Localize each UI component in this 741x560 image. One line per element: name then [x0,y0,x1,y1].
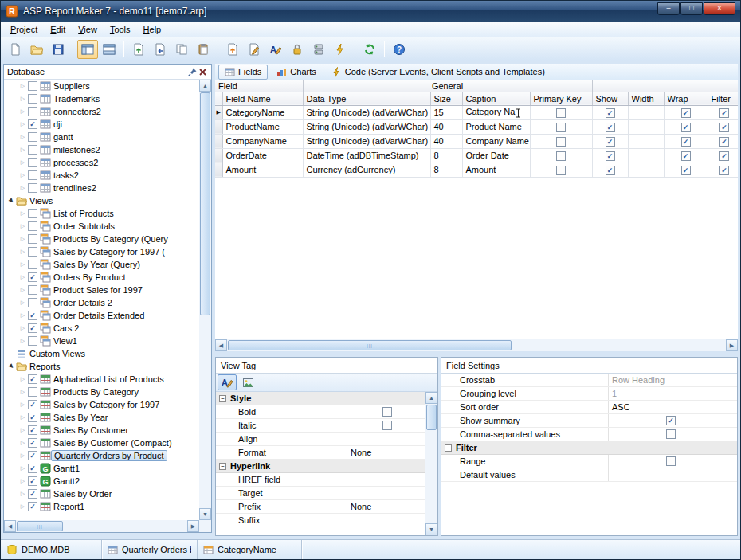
property-row[interactable]: PrefixNone [216,500,425,514]
tree-item[interactable]: ▷Trademarks [4,92,199,105]
copy-settings-button[interactable] [171,40,192,59]
property-checkbox[interactable] [382,407,392,417]
expand-collapsed-icon[interactable]: ▷ [18,172,27,178]
expand-collapsed-icon[interactable]: ▷ [18,503,27,510]
tree-item[interactable]: ▷milestones2 [4,143,199,156]
tree-item[interactable]: ▷✓Sales by Category for 1997 [4,398,199,411]
tree-item-checkbox[interactable]: ✓ [28,425,37,435]
tree-item-checkbox[interactable]: ✓ [28,476,37,486]
tree-item-checkbox[interactable] [28,234,37,244]
tree-item[interactable]: ▷✓Sales By Year [4,411,199,424]
new-button[interactable] [5,40,25,59]
cell-size[interactable]: 15 [430,105,462,119]
cell-width[interactable] [628,119,664,134]
property-row[interactable]: −Hyperlink [216,460,425,473]
collapse-icon[interactable]: − [445,444,452,452]
export-settings-button[interactable] [128,40,149,59]
tree-item[interactable]: Custom Views [4,347,199,360]
menu-project[interactable]: Project [4,23,44,36]
close-button[interactable]: × [704,2,735,15]
help-button[interactable]: ? [389,40,410,59]
tree-item-checkbox[interactable] [28,298,37,307]
cell-show-checkbox[interactable]: ✓ [606,151,615,161]
tree-item[interactable]: ▷processes2 [4,156,199,169]
tree-item-checkbox[interactable]: ✓ [28,438,37,448]
tree-item-checkbox[interactable] [28,336,37,346]
scroll-right-icon[interactable]: ▶ [187,520,199,532]
collapse-icon[interactable]: − [219,395,226,402]
cell-size[interactable]: 40 [430,134,462,148]
column-header[interactable]: Filter [708,92,738,105]
expand-collapsed-icon[interactable]: ▷ [18,159,27,166]
scroll-thumb[interactable]: ||| [228,340,512,350]
expand-collapsed-icon[interactable]: ▷ [18,427,27,433]
tree-item-checkbox[interactable]: ✓ [28,119,37,129]
menu-tools[interactable]: Tools [104,23,137,36]
expand-collapsed-icon[interactable]: ▷ [18,287,27,293]
tree-item[interactable]: ▷✓Cars 2 [4,322,199,335]
tree-item-checkbox[interactable] [28,247,37,257]
tree-item-checkbox[interactable] [28,145,37,155]
tree-item-checkbox[interactable] [28,221,37,231]
scroll-down-icon[interactable]: ▼ [425,523,437,535]
menu-help[interactable]: Help [137,23,168,36]
tree-item[interactable]: ▷Products By Category (Query [4,233,199,245]
cell-show-checkbox[interactable]: ✓ [606,108,615,118]
tree-item[interactable]: ▷✓Sales By Customer (Compact) [4,437,199,449]
cell-wrap-checkbox[interactable]: ✓ [681,166,691,175]
cell-filter-checkbox[interactable]: ✓ [719,108,729,118]
column-header[interactable]: Data Type [303,92,430,105]
cell-size[interactable]: 40 [430,119,462,134]
column-header[interactable]: Primary Key [530,92,592,105]
expand-collapsed-icon[interactable]: ▷ [18,274,27,280]
tab-charts[interactable]: Charts [270,65,322,80]
tree-item-checkbox[interactable]: ✓ [28,323,37,333]
property-row[interactable]: −Style [216,392,425,405]
property-row[interactable]: FormatNone [216,446,425,460]
tree-item-checkbox[interactable] [28,260,37,269]
tree-item[interactable]: ▷✓Alphabetical List of Products [4,373,199,386]
property-value[interactable]: None [347,502,425,511]
view-tag-image-button[interactable] [238,374,257,390]
tree-item-checkbox[interactable] [28,170,37,180]
tree-item-checkbox[interactable]: ✓ [28,400,37,409]
property-row[interactable]: Sort orderASC [441,401,737,414]
tree-item[interactable]: ▷connectors2 [4,105,199,118]
cell-show-checkbox[interactable]: ✓ [606,123,615,132]
cell-filter-checkbox[interactable]: ✓ [719,166,729,175]
property-row[interactable]: Align [216,433,425,446]
expand-collapsed-icon[interactable]: ▷ [18,210,27,217]
toggle-output-pane-button[interactable] [99,40,120,59]
cell-wrap-checkbox[interactable]: ✓ [681,137,691,147]
property-value[interactable] [347,407,425,417]
scroll-up-icon[interactable]: ▲ [425,392,437,404]
cell-primary-key-checkbox[interactable] [556,166,566,175]
expand-collapsed-icon[interactable]: ▷ [18,96,27,102]
cell-caption[interactable]: Category Na [462,105,530,119]
scroll-right-icon[interactable]: ▶ [726,339,738,351]
tree-item[interactable]: ▷View1 [4,335,199,347]
cell-data-type[interactable]: String (Unicode) (adVarWChar) [303,119,430,134]
cell-show-checkbox[interactable]: ✓ [606,166,615,175]
tree-item-checkbox[interactable]: ✓ [28,272,37,282]
expand-collapsed-icon[interactable]: ▷ [18,312,27,319]
tree-item[interactable]: ▷tasks2 [4,169,199,182]
tree-item[interactable]: ▷Products By Category [4,386,199,398]
property-value[interactable]: ✓ [609,416,737,425]
tree-item[interactable]: ▷List of Products [4,207,199,220]
tree-item[interactable]: ▷gantt [4,131,199,143]
cell-field-name[interactable]: Amount [222,163,303,177]
tree-item-checkbox[interactable] [28,209,37,218]
property-row[interactable]: Comma-separated values [441,428,737,441]
open-button[interactable] [26,40,47,59]
expand-collapsed-icon[interactable]: ▷ [18,401,27,408]
cell-data-type[interactable]: String (Unicode) (adVarWChar) [303,134,430,148]
tree-item-checkbox[interactable]: ✓ [28,311,37,320]
maximize-button[interactable]: □ [680,2,703,15]
property-checkbox[interactable] [666,456,676,466]
expand-collapsed-icon[interactable]: ▷ [18,261,27,268]
cell-field-name[interactable]: ProductName [222,119,303,134]
expand-collapsed-icon[interactable]: ▷ [18,147,27,153]
scroll-thumb[interactable] [426,405,437,430]
expand-collapsed-icon[interactable]: ▷ [18,134,27,140]
